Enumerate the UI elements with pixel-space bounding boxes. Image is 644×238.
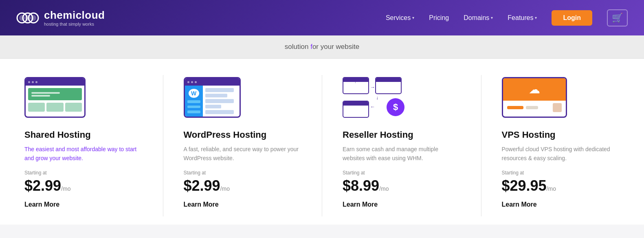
chevron-down-icon: ▾ (412, 15, 414, 20)
arrow-down-icon: ↓ (376, 95, 378, 101)
chevron-down-icon: ▾ (535, 15, 537, 20)
header: chemicloud hosting that simply works Ser… (0, 0, 644, 35)
wordpress-price-row: $2.99 /mo (184, 177, 302, 194)
cloud-icon: ☁ (529, 83, 540, 96)
main-nav: Services ▾ Pricing Domains ▾ Features ▾ … (386, 9, 628, 26)
wordpress-illustration: W (184, 75, 302, 120)
wordpress-learn-more[interactable]: Learn More (184, 201, 302, 208)
wordpress-per: /mo (220, 185, 230, 192)
svg-point-3 (19, 15, 25, 21)
reseller-desc: Earn some cash and manage multiple websi… (343, 145, 461, 163)
shared-per: /mo (61, 185, 70, 192)
wordpress-starting-at: Starting at (184, 170, 302, 176)
logo-tagline: hosting that simply works (44, 22, 105, 26)
cart-icon[interactable]: 🛒 (607, 9, 628, 26)
chevron-down-icon: ▾ (491, 15, 493, 20)
shared-title: Shared Hosting (24, 130, 143, 140)
shared-desc: The easiest and most affordable way to s… (24, 145, 143, 163)
card-vps: ☁ VPS Hosting Powerful cloud VPS hosting… (502, 75, 620, 216)
card-shared: Shared Hosting The easiest and most affo… (24, 75, 143, 216)
reseller-price-row: $8.99 /mo (343, 177, 461, 194)
wordpress-price: $2.99 (184, 177, 220, 194)
dollar-icon: $ (387, 98, 404, 116)
reseller-illustration: → ↑ ← ↓ $ (343, 75, 461, 120)
arrow-left-icon: ← (370, 104, 375, 110)
vps-illustration: ☁ (502, 75, 620, 120)
svg-point-4 (25, 15, 31, 21)
reseller-per: /mo (379, 185, 389, 192)
logo-name: chemicloud (44, 9, 105, 22)
logo[interactable]: chemicloud hosting that simply works (16, 9, 105, 27)
card-wordpress: W WordPress Hosting A fast, reliab (184, 75, 302, 216)
nav-features[interactable]: Features ▾ (508, 14, 537, 22)
subtitle-text: solution for your website (285, 43, 359, 51)
nav-services[interactable]: Services ▾ (386, 14, 414, 22)
nav-domains[interactable]: Domains ▾ (464, 14, 493, 22)
reseller-learn-more[interactable]: Learn More (343, 201, 461, 208)
vps-price-row: $29.95 /mo (502, 177, 620, 194)
vps-title: VPS Hosting (502, 130, 620, 140)
shared-illustration (24, 75, 143, 120)
vps-per: /mo (547, 185, 556, 192)
hosting-cards: Shared Hosting The easiest and most affo… (0, 59, 644, 225)
shared-price-row: $2.99 /mo (24, 177, 143, 194)
vps-starting-at: Starting at (502, 170, 620, 176)
arrow-right-icon: → (370, 84, 375, 90)
svg-point-5 (31, 15, 36, 21)
card-reseller: → ↑ ← ↓ $ Reseller Hosting Earn some cas… (343, 75, 461, 216)
shared-price: $2.99 (24, 177, 61, 194)
wordpress-title: WordPress Hosting (184, 130, 302, 140)
reseller-title: Reseller Hosting (343, 130, 461, 140)
vps-desc: Powerful cloud VPS hosting with dedicate… (502, 145, 620, 163)
reseller-price: $8.99 (343, 177, 379, 194)
arrow-up-icon: ↑ (354, 79, 356, 84)
login-button[interactable]: Login (552, 10, 592, 26)
vps-price: $29.95 (502, 177, 547, 194)
nav-pricing[interactable]: Pricing (429, 14, 449, 22)
subtitle-bar: solution for your website (0, 35, 644, 59)
shared-learn-more[interactable]: Learn More (24, 201, 143, 208)
vps-learn-more[interactable]: Learn More (502, 201, 620, 208)
reseller-starting-at: Starting at (343, 170, 461, 176)
shared-starting-at: Starting at (24, 170, 143, 176)
wordpress-desc: A fast, reliable, and secure way to powe… (184, 145, 302, 163)
